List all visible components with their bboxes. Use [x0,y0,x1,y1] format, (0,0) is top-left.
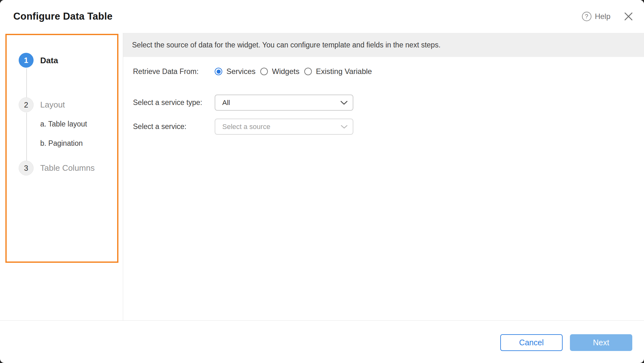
retrieve-data-label: Retrieve Data From: [133,67,215,76]
service-type-label: Select a service type: [133,98,215,107]
service-select[interactable]: Select a source [215,119,353,135]
radio-label: Widgets [272,67,300,76]
wizard-steps-panel [5,34,118,263]
instruction-text: Select the source of data for the widget… [132,41,440,49]
service-type-row: Select a service type: All [133,95,353,111]
help-button[interactable]: ? Help [582,12,610,21]
step-connector [26,113,27,161]
service-type-select[interactable]: All [215,95,353,111]
service-row: Select a service: Select a source [133,119,353,135]
instruction-banner: Select the source of data for the widget… [123,33,644,57]
next-button[interactable]: Next [570,334,632,351]
retrieve-data-row: Retrieve Data From: Services Widgets Exi… [133,64,372,79]
step-2-indicator[interactable]: 2 [19,97,34,112]
cancel-button[interactable]: Cancel [500,334,563,351]
service-label: Select a service: [133,122,215,131]
chevron-down-icon [340,101,348,105]
substep-pagination[interactable]: b. Pagination [40,139,83,148]
substep-table-layout[interactable]: a. Table layout [40,120,87,128]
radio-option-widgets[interactable]: Widgets [260,67,300,76]
sidebar-content-divider [123,33,123,320]
service-type-value: All [222,99,230,107]
help-icon: ? [582,12,591,21]
step-2-label[interactable]: Layout [40,100,65,110]
step-connector [26,68,27,97]
help-label: Help [595,12,610,21]
service-placeholder: Select a source [222,123,270,131]
dialog-header: Configure Data Table ? Help [0,0,644,33]
step-1-label[interactable]: Data [40,56,58,65]
footer-divider [0,320,644,321]
radio-option-services[interactable]: Services [215,67,256,76]
radio-label: Existing Variable [316,67,372,76]
radio-unselected-icon [260,68,268,75]
close-button[interactable] [624,12,633,21]
configure-data-table-dialog: Configure Data Table ? Help 1 Data 2 Lay… [0,0,644,363]
retrieve-data-radio-group: Services Widgets Existing Variable [215,67,372,76]
step-3-indicator[interactable]: 3 [19,161,34,175]
page-title: Configure Data Table [13,11,582,22]
radio-unselected-icon [304,68,312,75]
chevron-down-icon [341,125,348,129]
step-1-indicator[interactable]: 1 [19,53,34,68]
close-icon [624,12,633,21]
step-3-label[interactable]: Table Columns [40,163,95,173]
radio-label: Services [226,67,256,76]
radio-selected-icon [215,68,222,75]
radio-option-existing-variable[interactable]: Existing Variable [304,67,372,76]
